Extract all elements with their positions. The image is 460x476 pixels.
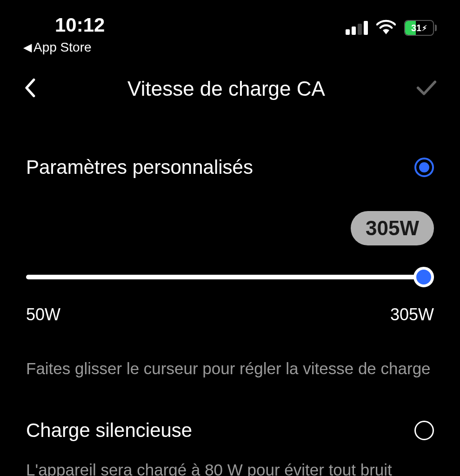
back-app-label: App Store	[33, 40, 92, 55]
silent-charge-description: L'appareil sera chargé à 80 W pour évite…	[26, 458, 407, 476]
silent-charge-radio[interactable]	[414, 421, 434, 440]
slider-value-badge-row: 305W	[26, 211, 434, 245]
slider-min-label: 50W	[26, 305, 60, 324]
silent-charge-option[interactable]: Charge silencieuse	[26, 419, 434, 442]
battery-icon: 31⚡︎	[404, 20, 437, 36]
battery-percent: 31	[411, 23, 421, 33]
custom-settings-radio[interactable]	[414, 158, 434, 177]
slider-thumb[interactable]	[413, 267, 434, 287]
charge-speed-slider[interactable]	[26, 268, 434, 286]
back-triangle-icon: ◀	[23, 41, 32, 54]
status-bar: 10:12 ◀ App Store 31⚡︎	[0, 0, 460, 55]
custom-settings-option[interactable]: Paramètres personnalisés	[26, 156, 434, 178]
charging-bolt-icon: ⚡︎	[422, 24, 427, 33]
wifi-icon	[376, 20, 396, 36]
status-right: 31⚡︎	[346, 14, 437, 36]
slider-max-label: 305W	[390, 305, 434, 324]
nav-bar: Vitesse de charge CA	[0, 55, 460, 100]
custom-settings-label: Paramètres personnalisés	[26, 156, 253, 178]
nav-confirm-button[interactable]	[416, 79, 437, 98]
status-time: 10:12	[23, 14, 105, 36]
cellular-signal-icon	[346, 21, 368, 35]
back-to-app-button[interactable]: ◀ App Store	[23, 40, 105, 55]
slider-hint-text: Faites glisser le curseur pour régler la…	[26, 357, 434, 380]
content: Paramètres personnalisés 305W 50W 305W F…	[0, 100, 460, 476]
nav-back-button[interactable]	[23, 78, 36, 99]
slider-track	[26, 275, 434, 279]
silent-charge-section: Charge silencieuse L'appareil sera charg…	[26, 419, 434, 476]
page-title: Vitesse de charge CA	[127, 77, 325, 100]
status-left: 10:12 ◀ App Store	[23, 14, 105, 55]
slider-range-labels: 50W 305W	[26, 305, 434, 324]
slider-value-badge: 305W	[351, 211, 434, 245]
silent-charge-label: Charge silencieuse	[26, 419, 192, 442]
